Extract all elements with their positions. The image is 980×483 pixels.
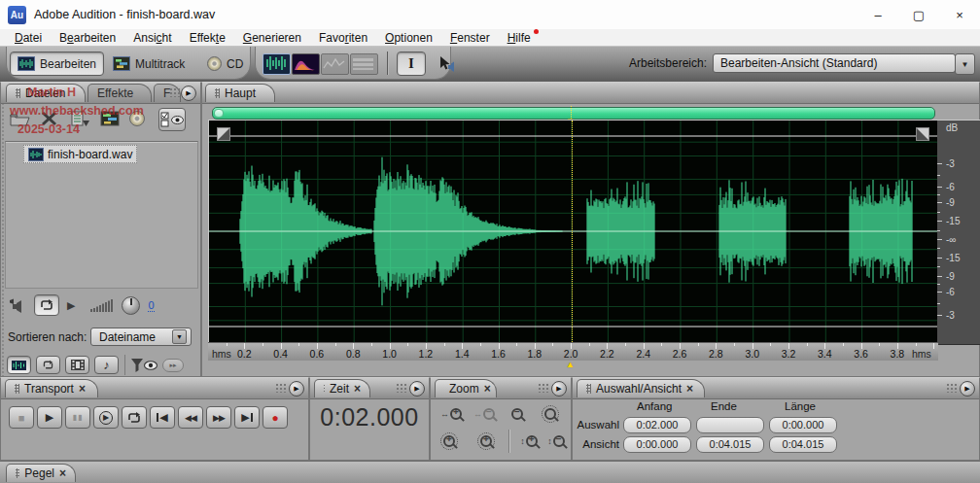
- zoom-in-vertical-button[interactable]: ↕+: [516, 430, 542, 453]
- show-audio-files-button[interactable]: [7, 356, 31, 374]
- tab-effekte[interactable]: Effekte: [88, 84, 152, 102]
- view-start-field[interactable]: 0:00.000: [623, 436, 691, 453]
- tab-auswahl-ansicht[interactable]: Auswahl/Ansicht ×: [577, 379, 705, 397]
- waveform-display-toggle[interactable]: [262, 53, 291, 75]
- transport-menu-button[interactable]: ▶: [289, 381, 304, 397]
- zoom-selection-right-button[interactable]: +: [473, 430, 499, 453]
- maximize-button[interactable]: ▢: [898, 0, 939, 29]
- files-panel: Dateien Effekte F ▶: [0, 82, 201, 377]
- tab-dateien[interactable]: Dateien: [6, 84, 86, 102]
- close-button[interactable]: ×: [939, 0, 980, 29]
- options-toggle-button[interactable]: [158, 108, 186, 131]
- file-row[interactable]: finish-board.wav: [23, 145, 137, 163]
- right-boundary-handle[interactable]: [916, 127, 929, 141]
- edit-view-button[interactable]: Bearbeiten: [10, 52, 104, 76]
- tab-zeit[interactable]: Zeit ×: [314, 379, 370, 397]
- zoom-in-horizontal-button[interactable]: ↔+: [438, 402, 464, 426]
- db-minor-tick: [937, 266, 940, 267]
- close-tab-icon[interactable]: ×: [59, 468, 66, 478]
- left-boundary-handle[interactable]: [217, 127, 230, 141]
- show-video-files-button[interactable]: [65, 356, 89, 374]
- minimize-button[interactable]: –: [858, 0, 898, 29]
- stop-button[interactable]: ■: [9, 406, 34, 429]
- multitrack-view-button[interactable]: Multitrack: [105, 52, 192, 76]
- scrub-tool-button[interactable]: [430, 52, 463, 76]
- spectral-display-toggle[interactable]: [292, 53, 320, 75]
- tab-transport[interactable]: Transport ×: [5, 379, 98, 397]
- close-tab-icon[interactable]: ×: [79, 384, 86, 394]
- tab-pegel[interactable]: Pegel ×: [6, 464, 76, 482]
- selection-end-field[interactable]: [696, 417, 764, 433]
- selection-start-field[interactable]: 0:02.000: [623, 417, 691, 433]
- insert-multitrack-icon[interactable]: [99, 109, 121, 128]
- files-panel-menu-button[interactable]: ▶: [181, 86, 196, 101]
- tab-transport-label: Transport: [24, 382, 74, 396]
- volume-knob[interactable]: [122, 296, 140, 315]
- preview-play-button[interactable]: ▶: [67, 299, 75, 312]
- timeline-ruler[interactable]: 0.20.40.60.81.01.21.41.61.82.02.22.42.62…: [208, 342, 938, 361]
- close-tab-icon[interactable]: ×: [354, 384, 361, 394]
- menu-item-effekte[interactable]: Effekte: [181, 31, 234, 45]
- zoom-out-horizontal-button[interactable]: ↔−: [472, 402, 497, 426]
- close-tab-icon[interactable]: ×: [484, 384, 491, 394]
- cd-icon: [207, 56, 222, 71]
- db-label: -15: [946, 252, 960, 262]
- menu-item-favoriten[interactable]: Favoriten: [310, 31, 376, 45]
- menu-item-optionen[interactable]: Optionen: [376, 31, 441, 45]
- filter-view-button[interactable]: [131, 359, 158, 372]
- import-file-icon[interactable]: [69, 109, 90, 128]
- menu-item-generieren[interactable]: Generieren: [234, 31, 310, 45]
- cd-view-button[interactable]: CD: [199, 52, 251, 76]
- loop-icon: [126, 412, 142, 424]
- menu-item-bearbeiten[interactable]: Bearbeiten: [51, 31, 124, 45]
- play-looped-button[interactable]: ▶: [93, 406, 119, 429]
- multitrack-icon: [113, 56, 130, 71]
- view-end-field[interactable]: 0:04.015: [696, 436, 764, 453]
- tab-zoom[interactable]: Zoom ×: [435, 379, 497, 397]
- autoplay-icon[interactable]: [9, 298, 26, 313]
- zoom-selection-left-button[interactable]: +: [437, 430, 462, 453]
- zoom-menu-button[interactable]: ▶: [551, 381, 567, 397]
- loop-playback-button[interactable]: [34, 294, 59, 316]
- pause-button[interactable]: ▮▮: [65, 406, 90, 429]
- fast-forward-button[interactable]: ▶▶: [206, 406, 231, 429]
- time-selection-tool-button[interactable]: I: [397, 52, 426, 76]
- menu-item-hilfe[interactable]: Hilfe: [499, 31, 540, 45]
- play-button[interactable]: ▶: [37, 406, 62, 429]
- file-name: finish-board.wav: [48, 148, 132, 161]
- volume-value-link[interactable]: 0: [148, 299, 154, 312]
- volume-bars-icon[interactable]: [90, 299, 114, 312]
- show-midi-files-button[interactable]: ♪: [94, 356, 119, 374]
- go-to-start-button[interactable]: ◀: [150, 406, 175, 429]
- db-minor-tick: [937, 212, 940, 213]
- go-to-end-button[interactable]: ▶: [234, 406, 260, 429]
- sort-select[interactable]: Dateiname ▼: [90, 328, 192, 346]
- rewind-button[interactable]: ◀◀: [178, 406, 203, 429]
- time-menu-button[interactable]: ▶: [409, 381, 425, 397]
- loop-button[interactable]: [122, 406, 147, 429]
- menu-item-datei[interactable]: Datei: [6, 31, 51, 45]
- selection-length-field[interactable]: 0:00.000: [769, 417, 837, 433]
- insert-cd-icon[interactable]: [129, 111, 145, 126]
- menu-item-ansicht[interactable]: Ansicht: [124, 31, 180, 45]
- waveform-display[interactable]: [208, 120, 938, 343]
- show-loop-files-button[interactable]: [36, 356, 60, 374]
- zoom-out-vertical-button[interactable]: ↕−: [543, 430, 569, 453]
- selection-menu-button[interactable]: ▶: [960, 381, 975, 397]
- workspace-dropdown-arrow[interactable]: ▼: [955, 53, 975, 75]
- zoom-out-full-button[interactable]: −: [505, 402, 530, 426]
- menu-item-fenster[interactable]: Fenster: [441, 31, 499, 45]
- zoom-to-selection-button[interactable]: [538, 402, 563, 426]
- db-tick: [937, 187, 942, 188]
- tab-haupt[interactable]: Haupt: [205, 84, 275, 102]
- record-button[interactable]: ●: [262, 406, 288, 429]
- view-length-field[interactable]: 0:04.015: [769, 436, 837, 453]
- playhead-marker-bottom[interactable]: ▲: [566, 361, 575, 369]
- close-file-icon[interactable]: [39, 109, 60, 128]
- open-file-icon[interactable]: [9, 109, 30, 128]
- file-list[interactable]: finish-board.wav: [5, 141, 198, 289]
- workspace-select[interactable]: Bearbeiten-Ansicht (Standard): [713, 53, 956, 73]
- close-tab-icon[interactable]: ×: [686, 384, 693, 394]
- range-bar-handle[interactable]: [214, 109, 224, 118]
- amplitude-ruler[interactable]: dB -3-6-9-15-∞-15-9-6-3: [937, 120, 980, 345]
